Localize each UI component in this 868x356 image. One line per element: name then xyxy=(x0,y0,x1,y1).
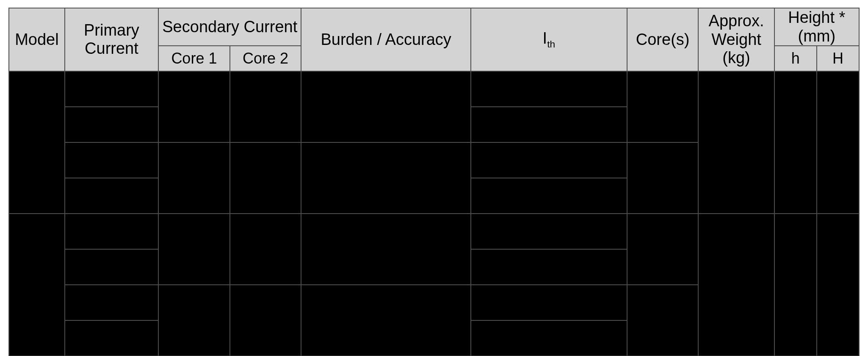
cell-cores xyxy=(627,71,699,142)
cell-core2 xyxy=(230,285,301,356)
table-row xyxy=(9,214,859,249)
cell-model xyxy=(9,71,65,214)
table-row xyxy=(9,71,859,107)
cell-burden xyxy=(301,285,471,356)
cell-model xyxy=(9,214,65,356)
table-body xyxy=(9,71,859,356)
cell-cores xyxy=(627,285,699,356)
cell-height-H xyxy=(817,71,859,214)
cell-primary xyxy=(65,249,158,285)
cell-burden xyxy=(301,214,471,285)
col-secondary-current: Secondary Current xyxy=(158,8,301,46)
cell-primary xyxy=(65,178,158,214)
col-ith: Ith xyxy=(471,8,627,71)
cell-ith xyxy=(471,107,627,142)
col-weight: Approx. Weight (kg) xyxy=(698,8,774,71)
cell-primary xyxy=(65,71,158,107)
cell-ith xyxy=(471,249,627,285)
col-core1: Core 1 xyxy=(158,46,230,71)
col-core2: Core 2 xyxy=(230,46,301,71)
cell-ith xyxy=(471,285,627,320)
cell-ith xyxy=(471,320,627,356)
cell-ith xyxy=(471,178,627,214)
cell-core2 xyxy=(230,71,301,142)
cell-weight xyxy=(698,214,774,356)
cell-core1 xyxy=(158,285,230,356)
cell-height-H xyxy=(817,214,859,356)
cell-cores xyxy=(627,142,699,214)
cell-ith xyxy=(471,214,627,249)
col-height-group: Height * (mm) xyxy=(774,8,859,46)
cell-core2 xyxy=(230,214,301,285)
cell-primary xyxy=(65,320,158,356)
cell-height-h xyxy=(774,71,817,214)
cell-primary xyxy=(65,142,158,178)
cell-burden xyxy=(301,71,471,142)
col-model: Model xyxy=(9,8,65,71)
cell-primary xyxy=(65,214,158,249)
cell-primary xyxy=(65,285,158,320)
col-primary-current: Primary Current xyxy=(65,8,158,71)
cell-weight xyxy=(698,71,774,214)
col-height-H: H xyxy=(817,46,859,71)
cell-burden xyxy=(301,142,471,214)
col-cores: Core(s) xyxy=(627,8,699,71)
cell-core1 xyxy=(158,71,230,142)
cell-core1 xyxy=(158,142,230,214)
cell-primary xyxy=(65,107,158,142)
spec-table: Model Primary Current Secondary Current … xyxy=(8,8,860,356)
cell-cores xyxy=(627,214,699,285)
cell-core2 xyxy=(230,142,301,214)
cell-ith xyxy=(471,142,627,178)
cell-height-h xyxy=(774,214,817,356)
cell-core1 xyxy=(158,214,230,285)
cell-ith xyxy=(471,71,627,107)
col-burden-accuracy: Burden / Accuracy xyxy=(301,8,471,71)
col-height-h: h xyxy=(774,46,817,71)
